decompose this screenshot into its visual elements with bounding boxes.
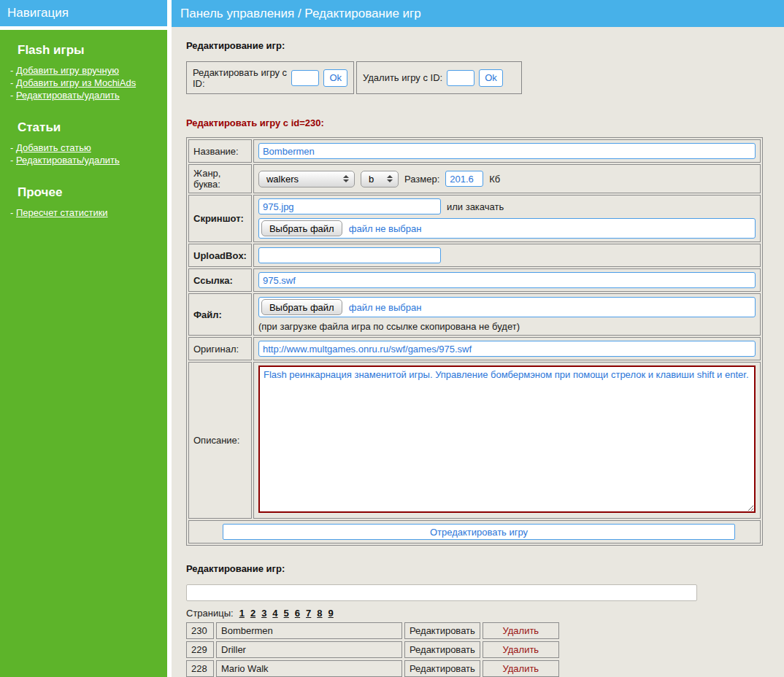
form-row-link: Ссылка:	[188, 268, 761, 292]
delete-id-input[interactable]	[447, 70, 474, 86]
form-row-original: Оригинал:	[188, 337, 761, 360]
sidebar-link-recalc-stats[interactable]: Пересчет статистики	[16, 207, 108, 218]
size-input[interactable]	[445, 171, 483, 187]
nav-item: - Пересчет статистики	[10, 206, 160, 219]
uploadbox-input[interactable]	[258, 247, 441, 263]
nav-section-articles: Статьи - Добавить статью - Редактировать…	[10, 120, 160, 166]
edit-game-link[interactable]: Редактировать	[404, 641, 480, 658]
page-link-8[interactable]: 8	[317, 608, 322, 619]
games-search-input[interactable]	[186, 584, 697, 601]
page-link-5[interactable]: 5	[284, 608, 289, 619]
table-row: 230 Bombermen Редактировать Удалить	[186, 622, 559, 639]
sidebar-link-add-game-manual[interactable]: Добавить игру вручную	[16, 65, 119, 76]
screenshot-file-status: файл не выбран	[349, 223, 422, 234]
edit-by-id-label: Редактировать игру с ID:	[193, 67, 287, 89]
letter-select-value: b	[369, 174, 374, 185]
nav-heading-misc: Прочее	[18, 185, 160, 200]
original-url-input[interactable]	[258, 341, 756, 357]
quick-actions-heading: Редактирование игр:	[186, 40, 769, 51]
delete-id-ok-button[interactable]: Ok	[479, 69, 503, 87]
game-id: 230	[186, 622, 214, 639]
nav-item: - Добавить статью	[10, 142, 160, 154]
description-textarea[interactable]: Flash реинкарнация знаменитой игры. Упра…	[258, 365, 756, 513]
edit-id-input[interactable]	[291, 70, 319, 86]
screenshot-label: Скриншот:	[188, 195, 252, 242]
delete-game-link[interactable]: Удалить	[483, 622, 559, 639]
nav-item: - Добавить игру из MochiAds	[10, 77, 160, 89]
game-id: 229	[186, 641, 214, 658]
games-list-heading: Редактирование игр:	[186, 563, 769, 574]
nav-item: - Добавить игру вручную	[10, 64, 160, 77]
game-name: Bombermen	[216, 622, 402, 639]
nav-section-flash-games: Flash игры - Добавить игру вручную - Доб…	[10, 43, 160, 101]
file-note: (при загрузке файла игра по ссылке скопи…	[258, 321, 756, 332]
nav-heading-flash-games: Flash игры	[18, 43, 160, 58]
edit-by-id-box: Редактировать игру с ID: Ok	[186, 61, 354, 94]
page-link-7[interactable]: 7	[306, 608, 311, 619]
game-choose-file-button[interactable]: Выбрать файл	[261, 299, 342, 315]
link-bullet: -	[10, 142, 13, 153]
link-bullet: -	[10, 155, 13, 166]
page-link-9[interactable]: 9	[328, 608, 334, 619]
page-link-2[interactable]: 2	[250, 608, 255, 619]
submit-edit-game-button[interactable]: Отредактировать игру	[223, 524, 735, 540]
page-link-1[interactable]: 1	[239, 608, 245, 619]
edit-game-link[interactable]: Редактировать	[404, 660, 480, 677]
sidebar-nav: Flash игры - Добавить игру вручную - Доб…	[0, 30, 167, 677]
sidebar-link-edit-delete-games[interactable]: Редактировать/удалить	[16, 90, 120, 101]
uploadbox-label: UploadBox:	[188, 244, 252, 267]
page-link-3[interactable]: 3	[261, 608, 266, 619]
delete-by-id-label: Удалить игру с ID:	[363, 72, 442, 83]
delete-game-link[interactable]: Удалить	[483, 641, 559, 658]
form-row-file: Файл: Выбрать файл файл не выбран (при з…	[188, 293, 761, 336]
nav-section-misc: Прочее - Пересчет статистики	[10, 185, 160, 219]
page-link-4[interactable]: 4	[272, 608, 277, 619]
select-updown-arrows-icon	[387, 175, 393, 182]
nav-heading-articles: Статьи	[18, 120, 160, 135]
edit-id-ok-button[interactable]: Ok	[323, 69, 347, 87]
sidebar: Навигация Flash игры - Добавить игру вру…	[0, 0, 167, 677]
sidebar-link-add-article[interactable]: Добавить статью	[16, 142, 91, 153]
genre-select-value: walkers	[266, 174, 299, 185]
game-name: Mario Walk	[216, 660, 402, 677]
sidebar-link-edit-delete-articles[interactable]: Редактировать/удалить	[16, 155, 120, 166]
form-row-genre: Жанр, буква: walkers b Размер:	[188, 164, 761, 193]
edit-game-heading: Редактировать игру с id=230:	[186, 117, 769, 128]
original-label: Оригинал:	[188, 337, 252, 360]
size-unit: Кб	[489, 174, 500, 185]
size-label: Размер:	[404, 174, 439, 185]
games-table: 230 Bombermen Редактировать Удалить 229 …	[184, 620, 561, 677]
letter-select[interactable]: b	[361, 171, 399, 187]
name-label: Название:	[188, 139, 252, 163]
screenshot-input[interactable]	[258, 198, 441, 214]
form-row-submit: Отредактировать игру	[188, 520, 761, 543]
link-bullet: -	[10, 77, 13, 88]
screenshot-file-field[interactable]: Выбрать файл файл не выбран	[258, 218, 756, 239]
select-updown-arrows-icon	[343, 175, 349, 182]
game-id: 228	[186, 660, 214, 677]
sidebar-link-add-game-mochiads[interactable]: Добавить игру из MochiAds	[16, 77, 136, 88]
pages-label: Страницы:	[186, 608, 234, 619]
genre-select[interactable]: walkers	[258, 171, 355, 187]
link-input[interactable]	[258, 272, 756, 288]
game-file-field[interactable]: Выбрать файл файл не выбран	[258, 297, 756, 317]
edit-game-form: Название: Жанр, буква: walkers b	[186, 137, 763, 546]
screenshot-choose-file-button[interactable]: Выбрать файл	[261, 220, 342, 236]
link-bullet: -	[10, 90, 13, 101]
page-link-6[interactable]: 6	[295, 608, 300, 619]
link-label: Ссылка:	[188, 268, 252, 292]
link-bullet: -	[10, 207, 13, 218]
description-label: Описание:	[188, 362, 252, 519]
or-upload-label: или закачать	[447, 201, 504, 212]
file-label: Файл:	[188, 293, 252, 336]
form-row-uploadbox: UploadBox:	[188, 244, 761, 267]
delete-by-id-box: Удалить игру с ID: Ok	[356, 61, 522, 94]
game-name: Driller	[216, 641, 402, 658]
app-window: Навигация Flash игры - Добавить игру вру…	[0, 0, 784, 677]
name-input[interactable]	[258, 143, 756, 159]
link-bullet: -	[10, 65, 13, 76]
form-row-name: Название:	[188, 139, 761, 163]
quick-actions-row: Редактировать игру с ID: Ok Удалить игру…	[186, 61, 769, 94]
delete-game-link[interactable]: Удалить	[483, 660, 559, 677]
edit-game-link[interactable]: Редактировать	[404, 622, 480, 639]
